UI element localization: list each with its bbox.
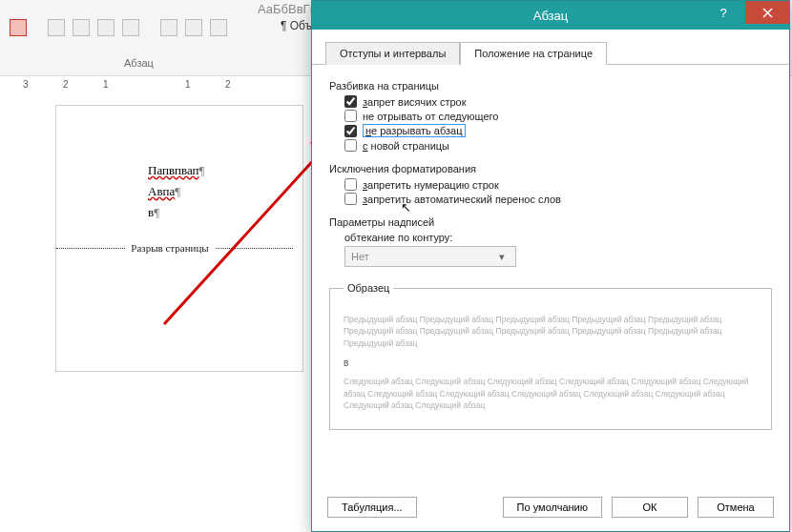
checkbox-suppress-ln[interactable] (344, 178, 357, 191)
checkbox-keep-next[interactable] (344, 110, 357, 122)
sample-legend: Образец (344, 280, 393, 297)
checkbox-widow[interactable] (344, 95, 357, 108)
sample-prev-text: Предыдущий абзац Предыдущий абзац Предыд… (344, 314, 758, 350)
set-default-button[interactable]: По умолчанию (503, 497, 602, 518)
sample-current: в (344, 356, 758, 370)
checkbox-page-break-before[interactable] (344, 139, 357, 152)
dialog-title: Абзац (533, 9, 568, 23)
group-exceptions-label: Исключения форматирования (329, 163, 772, 174)
tab-page-position[interactable]: Положение на странице (460, 42, 607, 65)
group-textbox-label: Параметры надписей (329, 216, 772, 228)
text-line: Папвпвап¶ (148, 163, 293, 178)
sample-preview: Образец Предыдущий абзац Предыдущий абза… (329, 280, 772, 430)
option-widow-control: запрет висячих строк (344, 95, 772, 108)
ribbon-group-label: Абзац (124, 57, 154, 69)
checkbox-keep-together[interactable] (344, 125, 357, 137)
show-marks-label[interactable]: ¶ Объ (281, 19, 312, 32)
chevron-down-icon: ▾ (494, 251, 510, 263)
option-no-hyphenation: запретить автоматический перенос слов (344, 193, 772, 205)
page-break-indicator: Разрыв страницы (56, 237, 293, 249)
document-page[interactable]: Папвпвап¶ Авпа¶ в¶ Разрыв страницы (55, 105, 303, 372)
dialog-titlebar[interactable]: Абзац ? (312, 1, 789, 30)
ribbon-paragraph-group (10, 19, 227, 36)
text-line: в¶ (148, 205, 293, 220)
option-keep-with-next: не отрывать от следующего (344, 110, 772, 122)
option-page-break-before: с новой страницы (344, 139, 772, 152)
cancel-button[interactable]: Отмена (698, 497, 774, 518)
align-right-icon[interactable] (97, 19, 115, 36)
tabs-button[interactable]: Табуляция... (327, 497, 417, 518)
align-center-icon[interactable] (73, 19, 90, 36)
checkbox-no-hyphen[interactable] (344, 193, 357, 205)
option-suppress-line-numbers: запретить нумерацию строк (344, 178, 772, 191)
text-line: Авпа¶ (148, 184, 293, 199)
help-button[interactable]: ? (701, 1, 745, 24)
sample-next-text: Следующий абзац Следующий абзац Следующи… (344, 376, 758, 412)
wrap-value: Нет (351, 251, 369, 262)
paragraph-dialog: Абзац ? Отступы и интервалы Положение на… (311, 0, 790, 532)
wrap-dropdown[interactable]: Нет ▾ (344, 246, 516, 267)
align-left-icon[interactable] (48, 19, 65, 36)
font-color-icon[interactable] (10, 19, 27, 36)
tab-indents[interactable]: Отступы и интервалы (325, 42, 460, 65)
close-button[interactable] (745, 1, 789, 24)
shading-icon[interactable] (185, 19, 202, 36)
option-keep-lines-together: не разрывать абзац (344, 124, 772, 137)
dialog-tabs: Отступы и интервалы Положение на страниц… (312, 30, 789, 65)
align-justify-icon[interactable] (122, 19, 139, 36)
dialog-body: Разбивка на страницы запрет висячих стро… (312, 65, 789, 487)
ok-button[interactable]: ОК (612, 497, 688, 518)
dialog-footer: Табуляция... По умолчанию ОК Отмена (312, 487, 789, 531)
borders-icon[interactable] (210, 19, 227, 36)
line-spacing-icon[interactable] (160, 19, 177, 36)
wrap-label: обтекание по контуру: (344, 232, 772, 243)
group-paging-label: Разбивка на страницы (329, 80, 772, 92)
